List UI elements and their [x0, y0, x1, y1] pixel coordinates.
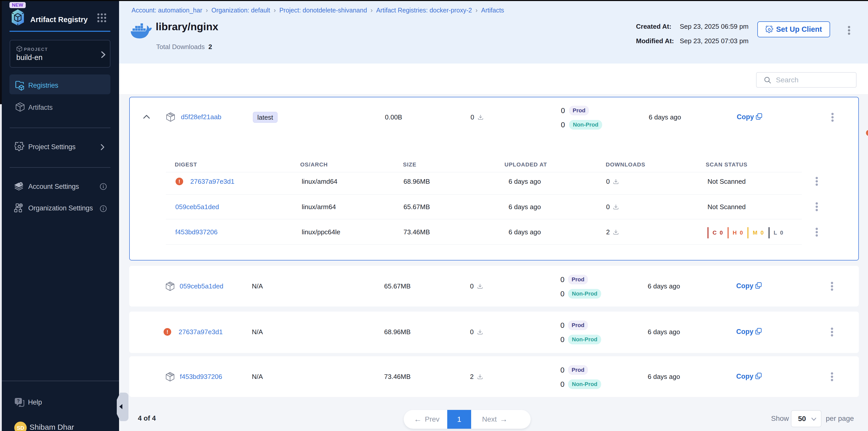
svg-text:?: ?: [17, 398, 20, 403]
